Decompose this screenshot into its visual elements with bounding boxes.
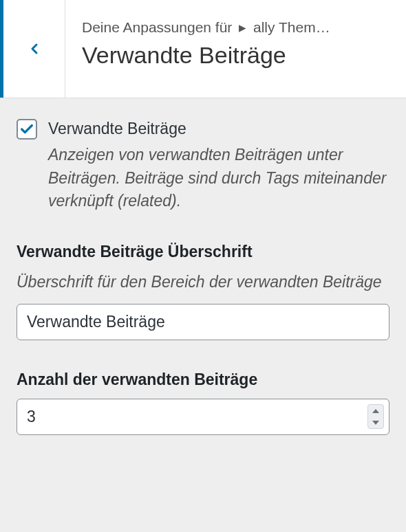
count-title: Anzahl der verwandten Beiträge (17, 370, 389, 389)
chevron-left-icon (26, 41, 43, 57)
stepper-down-button[interactable] (368, 417, 383, 428)
breadcrumb-separator: ▸ (239, 19, 246, 35)
count-stepper (367, 404, 384, 429)
checkmark-icon (19, 122, 34, 137)
control-related-posts-count: Anzahl der verwandten Beiträge (17, 370, 389, 435)
control-related-posts-heading: Verwandte Beiträge Überschrift Überschri… (17, 243, 389, 340)
chevron-up-icon (372, 409, 379, 413)
page-title: Verwandte Beiträge (82, 41, 389, 69)
header-content: Deine Anpassungen für ▸ ally Them… Verwa… (65, 0, 406, 98)
breadcrumb-theme: ally Them… (253, 19, 330, 35)
chevron-down-icon (372, 421, 379, 425)
stepper-up-button[interactable] (368, 405, 383, 417)
breadcrumb: Deine Anpassungen für ▸ ally Them… (82, 19, 389, 36)
back-button[interactable] (0, 0, 65, 98)
count-input[interactable] (17, 399, 389, 435)
related-posts-label[interactable]: Verwandte Beiträge (48, 120, 186, 137)
related-posts-checkbox[interactable] (17, 119, 37, 140)
heading-description: Überschrift für den Bereich der verwandt… (17, 271, 389, 293)
heading-title: Verwandte Beiträge Überschrift (17, 243, 389, 261)
checkbox-content: Verwandte Beiträge Anzeigen von verwandt… (48, 118, 389, 212)
svg-marker-1 (372, 421, 379, 425)
heading-input[interactable] (17, 304, 389, 340)
breadcrumb-prefix: Deine Anpassungen für (82, 19, 232, 35)
related-posts-description: Anzeigen von verwandten Beiträgen unter … (48, 144, 389, 212)
control-related-posts-toggle: Verwandte Beiträge Anzeigen von verwandt… (17, 118, 389, 212)
svg-marker-0 (372, 409, 379, 413)
customizer-content: Verwandte Beiträge Anzeigen von verwandt… (0, 98, 406, 485)
customizer-header: Deine Anpassungen für ▸ ally Them… Verwa… (0, 0, 406, 98)
